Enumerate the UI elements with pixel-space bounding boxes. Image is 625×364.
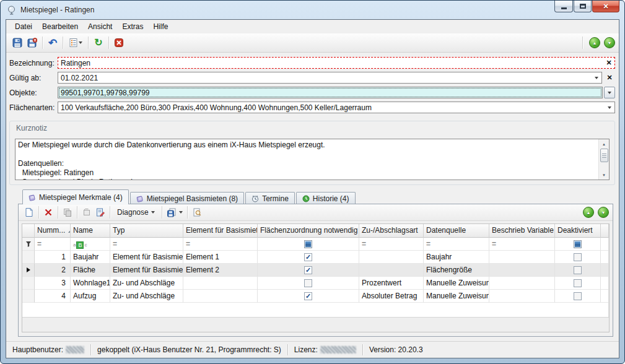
kurznotiz-text[interactable]: Der Mietspiegel wurde durch die Datenkon…: [15, 139, 598, 180]
cell-typ[interactable]: Element für Basismiete: [110, 264, 183, 277]
abort-button[interactable]: [111, 35, 126, 50]
table-row[interactable]: 1 Baujahr Element für Basismiete Element…: [22, 251, 609, 264]
gueltig-ab-field[interactable]: 01.02.2021: [58, 72, 602, 84]
column-header-datenquelle[interactable]: Datenquelle: [424, 224, 489, 238]
bezeichnung-clear-button[interactable]: ✕: [603, 58, 614, 68]
close-button[interactable]: ✕: [592, 1, 619, 12]
cell-datenquelle[interactable]: Flächengröße: [424, 264, 489, 277]
delete-row-button[interactable]: [42, 206, 55, 219]
column-header-deaktiviert[interactable]: Deaktiviert: [555, 224, 601, 238]
cell-deaktiviert[interactable]: [555, 290, 601, 303]
cell-flaechenzuordnung[interactable]: [258, 251, 359, 264]
bezeichnung-field[interactable]: Ratingen ✕: [58, 57, 615, 69]
cell-flaechenzuordnung[interactable]: [258, 264, 359, 277]
kurznotiz-textarea[interactable]: Der Mietspiegel wurde durch die Datenkon…: [15, 139, 610, 180]
new-row-button[interactable]: [22, 206, 36, 219]
bezeichnung-value[interactable]: Ratingen: [58, 58, 603, 68]
cell-nummer[interactable]: 1: [35, 251, 71, 264]
cell-element[interactable]: [183, 290, 258, 303]
flaechenarten-dropdown-button[interactable]: [605, 102, 614, 113]
column-header-flaechenzuordnung[interactable]: Flächenzuordnung notwendig: [258, 224, 359, 238]
menu-datei[interactable]: Datei: [10, 20, 37, 33]
cell-element[interactable]: [183, 277, 258, 290]
flaechenarten-value[interactable]: 100 Verkaufsfläche,200 Büro,300 Praxis,4…: [58, 102, 605, 113]
cell-typ[interactable]: Zu- und Abschläge: [110, 277, 183, 290]
edit-row-button[interactable]: [94, 206, 107, 219]
objekte-field[interactable]: 99501,99701,99798,99799: [58, 87, 603, 98]
filter-cell-name[interactable]: aBc: [71, 238, 110, 251]
refresh-button[interactable]: ↻: [91, 35, 106, 50]
column-header-typ[interactable]: Typ: [110, 224, 183, 238]
column-header-name[interactable]: Name: [71, 224, 110, 238]
cell-element[interactable]: Element 1: [183, 251, 258, 264]
scroll-down-icon[interactable]: ▼: [600, 170, 609, 180]
filter-cell-flaechenzuordnung[interactable]: [258, 238, 359, 251]
cell-name[interactable]: Baujahr: [71, 251, 110, 264]
filter-cell-zuabschlagsart[interactable]: =: [359, 238, 424, 251]
cell-beschrieb[interactable]: [489, 290, 555, 303]
flaechenarten-field[interactable]: 100 Verkaufsfläche,200 Büro,300 Praxis,4…: [58, 102, 615, 113]
cell-element[interactable]: Element 2: [183, 264, 258, 277]
gueltig-ab-value[interactable]: 01.02.2021: [58, 72, 592, 83]
save-button[interactable]: [10, 35, 25, 50]
undo-button[interactable]: ↶: [45, 35, 60, 50]
cell-flaechenzuordnung[interactable]: [258, 277, 359, 290]
menu-extras[interactable]: Extras: [117, 20, 148, 33]
gueltig-ab-clear-button[interactable]: ✕: [604, 72, 615, 84]
cell-typ[interactable]: Zu- und Abschläge: [110, 290, 183, 303]
menu-hilfe[interactable]: Hilfe: [148, 20, 173, 33]
cell-nummer[interactable]: 2: [35, 264, 71, 277]
cell-datenquelle[interactable]: Manuelle Zuweisung: [424, 290, 489, 303]
cell-zuabschlagsart[interactable]: Absoluter Betrag: [359, 290, 424, 303]
tab-historie[interactable]: Historie (4): [296, 192, 356, 204]
filter-cell-typ[interactable]: =: [110, 238, 183, 251]
cell-zuabschlagsart[interactable]: [359, 264, 424, 277]
save-close-button[interactable]: [25, 35, 40, 50]
filter-cell-nummer[interactable]: =: [35, 238, 71, 251]
tab-termine[interactable]: Termine: [245, 192, 295, 204]
column-header-beschrieb[interactable]: Beschrieb Variable: [489, 224, 555, 238]
move-button-disabled[interactable]: [80, 206, 94, 219]
navigate-previous-button[interactable]: ▲: [589, 37, 600, 48]
kurznotiz-scrollbar[interactable]: ▲ ▼: [598, 139, 609, 180]
cell-zuabschlagsart[interactable]: [359, 251, 424, 264]
cell-zuabschlagsart[interactable]: Prozentwert: [359, 277, 424, 290]
cell-beschrieb[interactable]: [489, 277, 555, 290]
column-header-zuabschlagsart[interactable]: Zu-/Abschlagsart: [359, 224, 424, 238]
column-header-element[interactable]: Element für Basismiete: [183, 224, 258, 238]
scroll-up-icon[interactable]: ▲: [600, 139, 609, 149]
cell-name[interactable]: Wohnlage1: [71, 277, 110, 290]
cell-datenquelle[interactable]: Baujahr: [424, 251, 489, 264]
column-header-nummer[interactable]: Numm...: [35, 224, 71, 238]
cell-nummer[interactable]: 3: [35, 277, 71, 290]
navigate-next-button[interactable]: ▼: [604, 37, 615, 48]
grid-previous-button[interactable]: ▲: [583, 207, 594, 218]
titlebar[interactable]: Mietspiegel - Ratingen ✕: [1, 1, 624, 19]
cell-deaktiviert[interactable]: [555, 264, 601, 277]
filter-cell-deaktiviert[interactable]: [555, 238, 601, 251]
maximize-button[interactable]: [574, 1, 592, 12]
table-row[interactable]: 3 Wohnlage1 Zu- und Abschläge Prozentwer…: [22, 277, 609, 290]
cell-flaechenzuordnung[interactable]: [258, 290, 359, 303]
filter-cell-beschrieb[interactable]: =: [489, 238, 555, 251]
cell-name[interactable]: Aufzug: [71, 290, 110, 303]
table-row-selected[interactable]: 2 Fläche Element für Basismiete Element …: [22, 264, 609, 277]
preview-button[interactable]: [190, 206, 204, 219]
cell-deaktiviert[interactable]: [555, 251, 601, 264]
objekte-value[interactable]: 99501,99701,99798,99799: [58, 87, 602, 98]
menu-bearbeiten[interactable]: Bearbeiten: [37, 20, 83, 33]
copy-button-disabled[interactable]: [61, 206, 74, 219]
cell-beschrieb[interactable]: [489, 264, 555, 277]
filter-cell-datenquelle[interactable]: =: [424, 238, 489, 251]
filter-cell-element[interactable]: =: [183, 238, 258, 251]
cell-nummer[interactable]: 4: [35, 290, 71, 303]
objekte-dropdown-button[interactable]: [604, 87, 615, 98]
minimize-button[interactable]: [554, 1, 573, 12]
cell-name[interactable]: Fläche: [71, 264, 110, 277]
cell-datenquelle[interactable]: Manuelle Zuweisung: [424, 277, 489, 290]
table-row[interactable]: 4 Aufzug Zu- und Abschläge Absoluter Bet…: [22, 290, 609, 303]
cell-beschrieb[interactable]: [489, 251, 555, 264]
scrollbar-thumb[interactable]: [600, 149, 608, 162]
gueltig-ab-dropdown-button[interactable]: [592, 72, 601, 83]
menu-ansicht[interactable]: Ansicht: [83, 20, 117, 33]
